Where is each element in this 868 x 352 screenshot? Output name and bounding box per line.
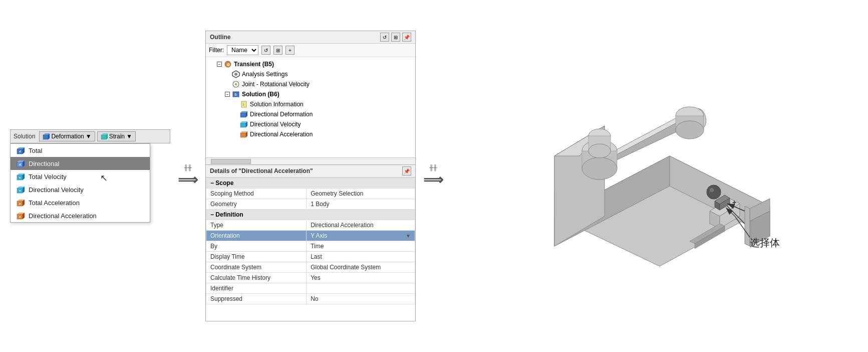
menu-item-total-acceleration[interactable]: a Total Acceleration: [11, 196, 150, 209]
dir-deform-label: Directional Deformation: [250, 111, 313, 118]
expand-solution[interactable]: −: [225, 92, 230, 97]
scoping-method-val: Geometry Selection: [307, 189, 415, 199]
details-section: Details of "Directional Acceleration" 📌 …: [206, 165, 415, 321]
tree-item-joint[interactable]: Joint - Rotational Velocity: [207, 79, 414, 89]
details-title-bar: Details of "Directional Acceleration" 📌: [206, 165, 415, 178]
filter-bar: Filter: Name ↺ ⊞ +: [206, 44, 415, 57]
tree-solution-label: Solution (B6): [242, 91, 279, 98]
display-time-row: Display Time Last: [206, 252, 415, 262]
outline-pin-btn[interactable]: 📌: [402, 33, 411, 42]
menu-item-directional[interactable]: d Directional: [11, 157, 150, 170]
plus-icon: +: [732, 199, 736, 207]
model-view: +: [529, 56, 780, 296]
svg-text:d: d: [19, 163, 21, 166]
tree-item-transient[interactable]: − ⚙ Transient (B5): [207, 59, 414, 69]
identifier-row: Identifier: [206, 283, 415, 294]
solution-icon: S: [232, 90, 240, 98]
details-pin-btn[interactable]: 📌: [402, 166, 411, 175]
suppressed-val: No: [307, 294, 415, 304]
tree-item-dir-deform[interactable]: Directional Deformation: [207, 109, 414, 119]
identifier-val: [307, 283, 415, 294]
scope-collapse-icon[interactable]: −: [210, 180, 214, 187]
orientation-row: Orientation Y Axis ▼: [206, 231, 415, 241]
svg-point-64: [589, 144, 611, 158]
orientation-dropdown-arrow[interactable]: ▼: [406, 233, 411, 239]
svg-text:d: d: [19, 150, 21, 153]
svg-point-67: [676, 121, 704, 139]
type-key: Type: [206, 220, 307, 231]
joint-label: Joint - Rotational Velocity: [242, 81, 310, 88]
svg-rect-3: [101, 135, 106, 139]
definition-label: Definition: [215, 211, 243, 218]
right-arrow: ⟹: [423, 171, 443, 188]
tree-item-dir-accel[interactable]: Directional Acceleration: [207, 129, 414, 139]
details-table: − Scope Scoping Method Geometry Selectio…: [206, 178, 415, 304]
horizontal-scrollbar[interactable]: [206, 157, 415, 164]
outline-refresh-btn[interactable]: ↺: [380, 33, 389, 42]
calculate-time-history-row: Calculate Time History Yes: [206, 273, 415, 283]
dir-vel-label: Directional Velocity: [250, 121, 301, 128]
display-time-val: Last: [307, 252, 415, 262]
menu-item-total[interactable]: d Total: [11, 144, 150, 157]
strain-label: Strain: [109, 133, 125, 140]
transient-icon: ⚙: [224, 60, 232, 68]
definition-collapse-icon[interactable]: −: [210, 211, 214, 218]
directional-label: Directional: [29, 160, 59, 167]
select-body-label: 选择体: [750, 237, 780, 248]
outline-title: Outline: [210, 34, 230, 41]
deformation-button[interactable]: Deformation ▼: [39, 131, 95, 141]
solution-info-label: Solution Information: [250, 101, 304, 108]
outline-section: Outline ↺ ⊞ 📌 Filter: Name ↺ ⊞ +: [206, 31, 415, 165]
total-acceleration-label: Total Acceleration: [29, 199, 80, 207]
svg-rect-0: [43, 135, 48, 139]
dir-deform-icon: [240, 110, 248, 118]
total-label: Total: [29, 147, 42, 154]
outline-filter-btn[interactable]: ⊞: [391, 33, 400, 42]
coordinate-system-row: Coordinate System Global Coordinate Syst…: [206, 262, 415, 273]
tree-item-dir-vel[interactable]: Directional Velocity: [207, 119, 414, 129]
tree-item-analysis-settings[interactable]: Analysis Settings: [207, 69, 414, 79]
coordinate-system-val: Global Coordinate System: [307, 262, 415, 273]
svg-rect-38: [241, 101, 246, 107]
svg-point-33: [234, 73, 237, 76]
suppressed-row: Suppressed No: [206, 294, 415, 304]
arrow-prefix-left: ╫╫: [184, 164, 192, 170]
calculate-time-history-val: Yes: [307, 273, 415, 283]
menu-item-directional-velocity[interactable]: v Directional Velocity: [11, 183, 150, 196]
tree-transient-label: Transient (B5): [234, 61, 274, 68]
tree-item-solution-info[interactable]: i Solution Information: [207, 99, 414, 109]
svg-point-61: [582, 157, 617, 180]
geometry-key: Geometry: [206, 199, 307, 210]
filter-add-btn[interactable]: ⊞: [273, 46, 282, 55]
tree-item-solution[interactable]: − S Solution (B6): [207, 89, 414, 99]
svg-rect-46: [240, 133, 246, 137]
deformation-dropdown-icon[interactable]: ▼: [86, 133, 92, 140]
h-scroll-thumb[interactable]: [211, 159, 251, 164]
coordinate-system-key: Coordinate System: [206, 262, 307, 273]
filter-go-btn[interactable]: ↺: [261, 46, 270, 55]
orientation-val[interactable]: Y Axis ▼: [307, 231, 415, 241]
identifier-key: Identifier: [206, 283, 307, 294]
svg-point-35: [235, 83, 237, 85]
deformation-label: Deformation: [51, 133, 84, 140]
expand-transient[interactable]: −: [217, 62, 222, 67]
dir-vel-icon: [240, 120, 248, 128]
orientation-key: Orientation: [206, 231, 307, 241]
strain-button[interactable]: Strain ▼: [97, 131, 136, 141]
total-acceleration-icon: a: [17, 199, 25, 207]
deformation-icon: [43, 133, 50, 140]
svg-rect-43: [240, 123, 246, 127]
tree-container: − ⚙ Transient (B5) Analysis Settings: [206, 57, 415, 157]
directional-acceleration-icon: a: [17, 212, 25, 220]
outline-title-icons: ↺ ⊞ 📌: [380, 33, 411, 42]
menu-item-total-velocity[interactable]: v Total Velocity: [11, 170, 150, 183]
directional-acceleration-label: Directional Acceleration: [29, 212, 97, 220]
filter-dropdown[interactable]: Name: [227, 45, 258, 55]
by-key: By: [206, 241, 307, 252]
svg-point-75: [707, 185, 721, 199]
middle-panel: Outline ↺ ⊞ 📌 Filter: Name ↺ ⊞ +: [205, 31, 416, 321]
directional-velocity-icon: v: [17, 186, 25, 194]
filter-plus-btn[interactable]: +: [285, 46, 295, 55]
menu-item-directional-acceleration[interactable]: a Directional Acceleration: [11, 209, 150, 222]
strain-dropdown-icon[interactable]: ▼: [126, 133, 132, 140]
